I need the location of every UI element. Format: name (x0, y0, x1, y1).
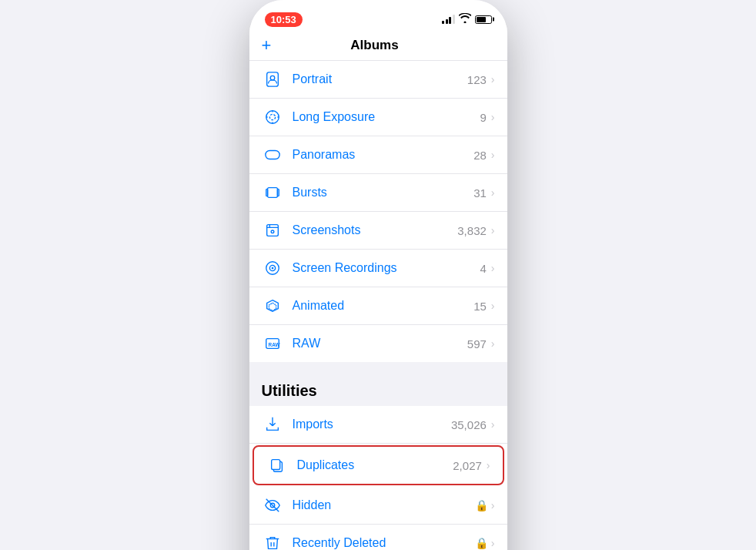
panoramas-count: 28 (473, 149, 487, 162)
recently-deleted-icon (262, 532, 283, 550)
wifi-icon (459, 13, 471, 25)
recently-deleted-lock-icon: 🔒 (475, 537, 488, 549)
recently-deleted-label: Recently Deleted (293, 536, 475, 550)
svg-rect-18 (271, 460, 279, 470)
screenshots-count: 3,832 (457, 224, 487, 237)
portrait-icon (262, 69, 283, 90)
panoramas-icon (262, 144, 283, 166)
list-item-raw[interactable]: RAW RAW 597 › (249, 325, 507, 362)
recently-deleted-chevron: › (491, 537, 495, 549)
svg-rect-0 (266, 72, 278, 86)
screen-recordings-icon (262, 257, 283, 279)
status-icons (442, 13, 492, 25)
raw-count: 597 (467, 337, 487, 350)
screen-recordings-count: 4 (480, 262, 486, 275)
svg-point-9 (271, 230, 274, 233)
utilities-section: Imports 35,026 › Duplicates 2,027 › (249, 406, 507, 550)
animated-icon (262, 295, 283, 317)
bursts-count: 31 (473, 186, 487, 200)
signal-bars-icon (442, 15, 455, 24)
imports-chevron: › (491, 418, 495, 431)
raw-icon: RAW (262, 333, 283, 354)
svg-rect-4 (265, 151, 279, 159)
list-item-recently-deleted[interactable]: Recently Deleted 🔒 › (249, 525, 507, 550)
list-item-animated[interactable]: Animated 15 › (249, 287, 507, 325)
portrait-count: 123 (467, 73, 487, 86)
svg-point-1 (270, 75, 275, 80)
svg-marker-14 (269, 303, 276, 310)
bursts-label: Bursts (293, 186, 474, 200)
hidden-chevron: › (491, 499, 495, 511)
list-item-panoramas[interactable]: Panoramas 28 › (249, 136, 507, 174)
utilities-section-header: Utilities (249, 370, 507, 406)
list-item-portrait[interactable]: Portrait 123 › (249, 61, 507, 99)
list-item-screen-recordings[interactable]: Screen Recordings 4 › (249, 250, 507, 287)
hidden-lock-icon: 🔒 (475, 499, 488, 511)
svg-rect-6 (266, 189, 267, 196)
screenshots-chevron: › (491, 224, 495, 236)
page-title: Albums (350, 38, 398, 53)
screenshots-label: Screenshots (293, 223, 458, 237)
status-time: 10:53 (265, 12, 303, 27)
long-exposure-chevron: › (491, 111, 495, 123)
svg-rect-5 (267, 188, 277, 198)
list-item-hidden[interactable]: Hidden 🔒 › (249, 487, 507, 525)
imports-count: 35,026 (451, 418, 487, 431)
header: + Albums (249, 34, 507, 61)
media-types-section: Portrait 123 › Long Exposure 9 › (249, 61, 507, 362)
bursts-chevron: › (491, 186, 495, 199)
raw-label: RAW (293, 337, 467, 350)
panoramas-label: Panoramas (293, 148, 474, 162)
add-album-button[interactable]: + (262, 37, 272, 54)
content-scroll[interactable]: Portrait 123 › Long Exposure 9 › (249, 61, 507, 550)
svg-point-2 (266, 111, 279, 124)
list-item-imports[interactable]: Imports 35,026 › (249, 406, 507, 444)
screen-recordings-label: Screen Recordings (293, 261, 480, 275)
hidden-label: Hidden (293, 498, 475, 512)
svg-text:RAW: RAW (268, 342, 280, 347)
separator (249, 362, 507, 370)
list-item-long-exposure[interactable]: Long Exposure 9 › (249, 99, 507, 136)
imports-label: Imports (293, 418, 451, 431)
raw-chevron: › (491, 337, 495, 350)
panoramas-chevron: › (491, 149, 495, 161)
battery-icon (475, 15, 492, 24)
portrait-label: Portrait (293, 72, 467, 86)
hidden-icon (262, 495, 283, 516)
duplicates-icon (266, 454, 288, 476)
long-exposure-count: 9 (480, 111, 486, 124)
svg-point-3 (269, 114, 275, 119)
screen-recordings-chevron: › (491, 262, 495, 274)
list-item-bursts[interactable]: Bursts 31 › (249, 174, 507, 212)
duplicates-label: Duplicates (297, 458, 453, 472)
status-bar: 10:53 (249, 0, 507, 34)
animated-count: 15 (473, 300, 487, 313)
portrait-chevron: › (491, 73, 495, 86)
animated-label: Animated (293, 299, 474, 313)
phone-frame: 10:53 + Albums (249, 0, 507, 550)
duplicates-count: 2,027 (453, 459, 482, 472)
long-exposure-icon (262, 106, 283, 128)
duplicates-chevron: › (487, 459, 490, 471)
bursts-icon (262, 182, 283, 203)
list-item-screenshots[interactable]: Screenshots 3,832 › (249, 212, 507, 250)
long-exposure-label: Long Exposure (293, 110, 480, 124)
svg-rect-7 (277, 189, 279, 196)
list-item-duplicates[interactable]: Duplicates 2,027 › (253, 445, 504, 485)
imports-icon (262, 414, 283, 435)
svg-point-12 (271, 267, 273, 270)
animated-chevron: › (491, 300, 495, 312)
screenshots-icon (262, 220, 283, 241)
